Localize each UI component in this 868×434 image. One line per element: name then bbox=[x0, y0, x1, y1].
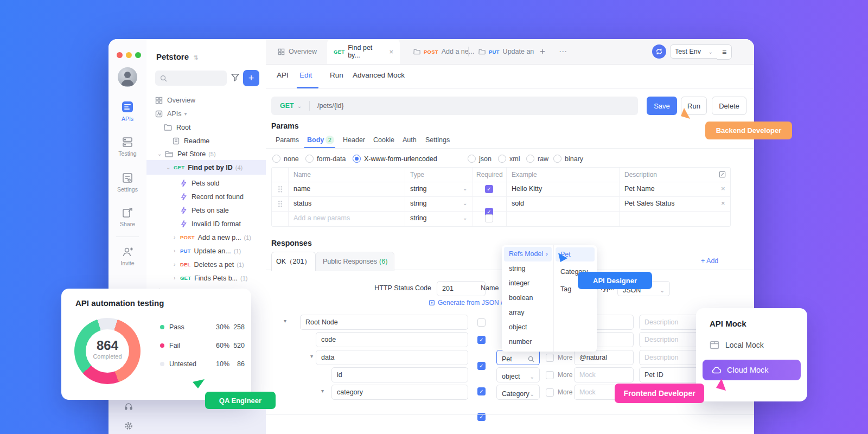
more-label[interactable]: More bbox=[558, 354, 572, 361]
dropdown-item-integer[interactable]: integer bbox=[504, 276, 552, 291]
more-label[interactable]: More bbox=[558, 371, 572, 379]
delete-button[interactable]: Delete bbox=[712, 97, 746, 115]
tree-item-pet-store[interactable]: ⌄ Pet Store (5) bbox=[146, 147, 277, 161]
tab-public-responses[interactable]: Public Responses (6) bbox=[316, 252, 394, 271]
schema-data-name-input[interactable] bbox=[316, 350, 468, 365]
preferences-button[interactable] bbox=[124, 421, 133, 433]
tab-update-an[interactable]: PUT Update an bbox=[473, 39, 539, 64]
dropdown-item-refs-model[interactable]: Refs Model › bbox=[504, 247, 552, 261]
save-button[interactable]: Save bbox=[647, 97, 677, 115]
tree-item-root[interactable]: Root bbox=[146, 120, 283, 134]
body-type-urlencoded-selected[interactable]: X-www-form-urlencoded bbox=[353, 154, 437, 163]
schema-type-search-input[interactable]: Pet bbox=[496, 350, 540, 365]
new-tab-button[interactable]: + bbox=[540, 39, 545, 64]
tab-run[interactable]: Run bbox=[330, 71, 343, 79]
tab-api[interactable]: API bbox=[277, 71, 289, 79]
param-example[interactable]: sold bbox=[512, 200, 524, 207]
tree-item-apis[interactable]: APIs ▾ bbox=[146, 107, 275, 120]
request-path[interactable]: /pets/{id} bbox=[317, 102, 344, 110]
param-type-select[interactable]: string bbox=[410, 214, 427, 222]
http-status-input[interactable] bbox=[437, 281, 486, 296]
more-label[interactable]: More bbox=[558, 388, 572, 396]
tab-find-pet-active[interactable]: GET Find pet by... × bbox=[327, 39, 400, 64]
request-url-bar[interactable]: GET ⌄ /pets/{id} bbox=[271, 97, 638, 115]
schema-root-name-input[interactable] bbox=[300, 315, 468, 330]
param-name[interactable]: status bbox=[293, 200, 311, 207]
add-api-button[interactable]: + bbox=[243, 70, 259, 86]
param-name[interactable]: name bbox=[293, 185, 310, 193]
dropdown-item-number[interactable]: number bbox=[504, 335, 552, 349]
close-icon[interactable]: × bbox=[389, 48, 393, 56]
tree-item-find-pet-by-id[interactable]: ⌄ GET Find pet by ID (4) bbox=[146, 160, 285, 175]
tab-auth[interactable]: Auth bbox=[403, 136, 417, 144]
collapse-arrow-icon[interactable]: ▾ bbox=[310, 353, 313, 359]
param-description[interactable]: Pet Name bbox=[624, 185, 655, 193]
schema-required-checkbox[interactable] bbox=[477, 362, 486, 370]
body-type-xml[interactable]: xml bbox=[498, 154, 520, 163]
tab-add-a-new[interactable]: POST Add a ne... bbox=[408, 39, 480, 64]
tab-more-button[interactable]: ⋯ bbox=[559, 39, 567, 64]
param-example[interactable]: Hello Kitty bbox=[512, 185, 542, 193]
tab-header[interactable]: Header bbox=[343, 136, 365, 144]
environment-select[interactable]: Test Env ⌄ bbox=[670, 44, 718, 59]
schema-required-checkbox[interactable] bbox=[477, 318, 486, 327]
body-type-binary[interactable]: binary bbox=[553, 154, 583, 163]
sidebar-item-settings[interactable]: Settings bbox=[108, 171, 146, 193]
drag-handle[interactable] bbox=[278, 186, 283, 193]
schema-type-select[interactable]: Category ⌄ bbox=[496, 385, 540, 400]
schema-code-name-input[interactable] bbox=[316, 332, 468, 347]
dropdown-item-object[interactable]: object bbox=[504, 320, 552, 335]
body-type-form-data[interactable]: form-data bbox=[305, 154, 346, 163]
tab-settings[interactable]: Settings bbox=[425, 136, 450, 144]
tab-body-active[interactable]: Body bbox=[307, 136, 324, 144]
tree-item-overview[interactable]: Overview bbox=[146, 93, 275, 107]
schema-type-select[interactable]: object ⌄ bbox=[496, 367, 540, 382]
param-description[interactable]: Pet Sales Status bbox=[624, 200, 674, 207]
param-type-select[interactable]: string bbox=[410, 200, 427, 207]
tab-ok-201-active[interactable]: OK（201） bbox=[271, 252, 316, 271]
remove-row-icon[interactable]: × bbox=[721, 199, 725, 207]
body-type-json[interactable]: json bbox=[468, 154, 492, 163]
more-checkbox[interactable] bbox=[546, 354, 554, 362]
schema-id-name-input[interactable] bbox=[331, 367, 468, 382]
param-type-select[interactable]: string bbox=[410, 185, 427, 193]
maximize-window-icon[interactable] bbox=[135, 52, 141, 58]
sidebar-item-share[interactable]: Share bbox=[108, 206, 146, 227]
avatar[interactable] bbox=[118, 67, 137, 87]
sidebar-item-invite[interactable]: Invite bbox=[108, 245, 146, 266]
body-type-none[interactable]: none bbox=[272, 154, 299, 163]
collapse-arrow-icon[interactable]: ▾ bbox=[321, 388, 324, 394]
tab-params[interactable]: Params bbox=[276, 136, 299, 144]
add-param-input[interactable]: Add a new params bbox=[293, 214, 350, 222]
help-button[interactable] bbox=[124, 401, 133, 413]
close-window-icon[interactable] bbox=[117, 52, 123, 58]
remove-row-icon[interactable]: × bbox=[721, 184, 725, 193]
drag-handle[interactable] bbox=[278, 200, 283, 207]
schema-mock-input[interactable] bbox=[574, 350, 634, 365]
schema-required-checkbox[interactable] bbox=[477, 336, 486, 344]
schema-required-checkbox[interactable] bbox=[477, 387, 486, 395]
collapse-arrow-icon[interactable]: ▾ bbox=[284, 318, 286, 324]
schema-mock-input[interactable] bbox=[574, 367, 634, 382]
more-checkbox[interactable] bbox=[546, 371, 554, 379]
required-checkbox[interactable] bbox=[485, 185, 493, 193]
body-type-raw[interactable]: raw bbox=[526, 154, 548, 163]
more-checkbox[interactable] bbox=[546, 388, 554, 397]
dropdown-item-string[interactable]: string bbox=[504, 261, 552, 276]
sidebar-item-testing[interactable]: Testing bbox=[108, 136, 146, 157]
local-mock-item[interactable]: Local Mock bbox=[710, 341, 764, 349]
schema-category-name-input[interactable] bbox=[331, 385, 468, 400]
tab-overview[interactable]: Overview bbox=[271, 39, 323, 64]
dropdown-item-boolean[interactable]: boolean bbox=[504, 291, 552, 305]
tab-cookie[interactable]: Cookie bbox=[373, 136, 394, 144]
add-response-link[interactable]: + Add bbox=[701, 257, 718, 265]
required-checkbox[interactable] bbox=[485, 214, 493, 222]
window-controls[interactable] bbox=[117, 50, 144, 60]
sidebar-item-apis[interactable]: APIs bbox=[108, 100, 146, 122]
filter-button[interactable] bbox=[231, 73, 240, 84]
project-switcher[interactable]: Petstore ⇅ bbox=[156, 52, 198, 61]
method-select[interactable]: GET bbox=[280, 102, 294, 110]
dropdown-item-array[interactable]: array bbox=[504, 305, 552, 320]
edit-columns-icon[interactable] bbox=[719, 171, 726, 178]
tab-edit-active[interactable]: Edit bbox=[299, 71, 312, 79]
